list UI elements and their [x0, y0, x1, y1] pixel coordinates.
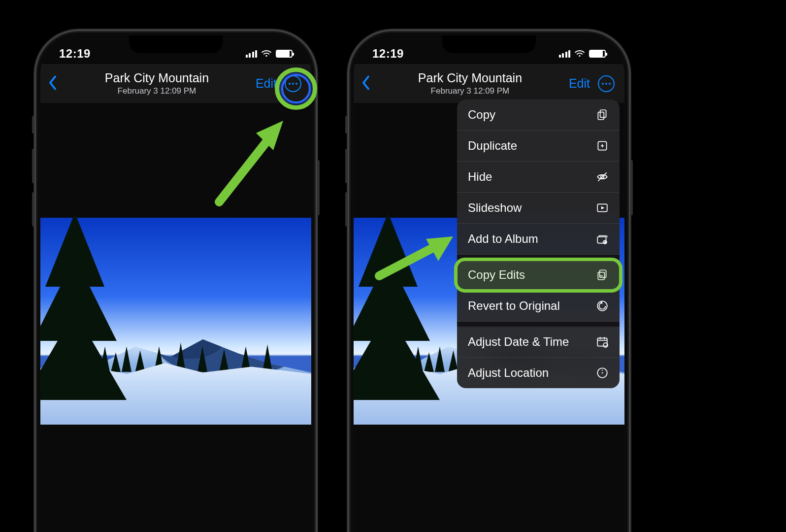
revert-icon [596, 299, 609, 312]
svg-line-10 [598, 172, 606, 181]
menu-item-copy[interactable]: Copy [457, 100, 620, 131]
duplicate-icon [596, 139, 609, 152]
copyedits-icon [596, 268, 609, 281]
slideshow-icon [596, 201, 609, 214]
status-time: 12:19 [372, 47, 404, 61]
edit-button[interactable]: Edit [569, 76, 590, 91]
status-time: 12:19 [59, 47, 91, 61]
context-menu: CopyDuplicateHideSlideshowAdd to AlbumCo… [457, 100, 620, 388]
edit-button[interactable]: Edit [256, 76, 277, 91]
location-icon [596, 366, 609, 379]
menu-item-label: Adjust Date & Time [468, 335, 569, 349]
wifi-icon [261, 50, 272, 58]
svg-point-3 [579, 55, 580, 57]
wifi-icon [574, 50, 585, 58]
svg-point-0 [265, 55, 267, 57]
more-button[interactable] [285, 75, 301, 92]
battery-icon [276, 50, 293, 58]
nav-title: Park City Mountain [375, 71, 565, 85]
datetime-icon [596, 335, 609, 348]
menu-item-adjust-date-time[interactable]: Adjust Date & Time [457, 327, 620, 358]
nav-subtitle: February 3 12:09 PM [62, 86, 252, 96]
nav-bar: Park City Mountain February 3 12:09 PM E… [354, 64, 624, 103]
back-button[interactable] [360, 75, 371, 92]
svg-rect-4 [600, 110, 606, 117]
back-button[interactable] [47, 75, 58, 92]
menu-item-label: Hide [468, 170, 492, 184]
menu-item-label: Add to Album [468, 232, 538, 246]
album-icon [596, 233, 609, 245]
nav-bar: Park City Mountain February 3 12:09 PM E… [40, 64, 311, 103]
menu-item-label: Copy [468, 108, 495, 122]
photo-content[interactable] [40, 218, 311, 425]
more-button[interactable] [598, 75, 615, 92]
copy-icon [596, 108, 609, 121]
menu-item-hide[interactable]: Hide [457, 162, 620, 193]
cellular-icon [246, 50, 258, 58]
menu-item-copy-edits[interactable]: Copy Edits [457, 260, 620, 291]
menu-item-label: Duplicate [468, 139, 517, 153]
cellular-icon [559, 50, 571, 58]
iphone-left-frame: 12:19 Park City Mountain F [34, 30, 317, 532]
svg-rect-17 [600, 270, 606, 277]
menu-item-label: Revert to Original [468, 299, 560, 313]
menu-item-revert-to-original[interactable]: Revert to Original [457, 291, 620, 322]
notch [442, 35, 536, 53]
nav-subtitle: February 3 12:09 PM [375, 86, 565, 96]
svg-point-30 [602, 372, 603, 374]
menu-item-slideshow[interactable]: Slideshow [457, 193, 620, 224]
menu-item-add-to-album[interactable]: Add to Album [457, 224, 620, 255]
svg-marker-12 [601, 206, 605, 210]
menu-item-label: Copy Edits [468, 268, 525, 282]
menu-item-label: Slideshow [468, 201, 522, 215]
menu-item-adjust-location[interactable]: Adjust Location [457, 358, 620, 388]
notch [129, 35, 223, 53]
menu-item-duplicate[interactable]: Duplicate [457, 131, 620, 162]
hide-icon [596, 170, 609, 183]
svg-rect-23 [597, 338, 607, 346]
iphone-right-frame: 12:19 Park City Mountain F [348, 30, 630, 532]
svg-rect-5 [598, 112, 604, 120]
nav-title: Park City Mountain [62, 71, 252, 85]
menu-item-label: Adjust Location [468, 366, 549, 380]
battery-icon [589, 50, 606, 58]
